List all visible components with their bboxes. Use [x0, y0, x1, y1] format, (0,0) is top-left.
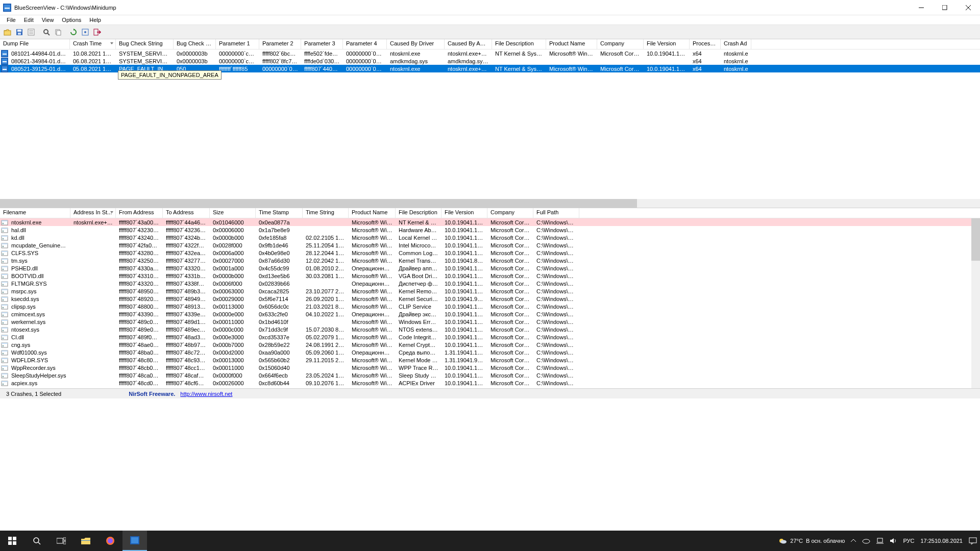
crash-col-0[interactable]: Dump File: [0, 39, 70, 49]
tool-copy-icon[interactable]: [53, 27, 64, 38]
explorer-button[interactable]: [74, 531, 98, 551]
driver-col-0[interactable]: Filename: [0, 208, 70, 218]
driver-row[interactable]: msrpc.sysfffff807`48950000fffff807`489b3…: [0, 287, 980, 295]
menu-file[interactable]: File: [3, 16, 19, 23]
cell: fffff807`48ad3000: [163, 334, 210, 340]
crash-col-4[interactable]: Parameter 1: [216, 39, 259, 49]
svg-rect-4: [942, 5, 947, 10]
driver-row[interactable]: WppRecorder.sysfffff807`48cb0000fffff807…: [0, 364, 980, 371]
cell: C:\Windows\syste...: [533, 334, 579, 340]
tool-refresh-icon[interactable]: [68, 27, 79, 38]
driver-row[interactable]: PSHED.dllfffff807`4330a000fffff807`43320…: [0, 264, 980, 272]
driver-row[interactable]: SleepStudyHelper.sysfffff807`48ca0000fff…: [0, 371, 980, 379]
driver-col-7[interactable]: Product Name: [349, 208, 396, 218]
maximize-button[interactable]: [933, 0, 957, 15]
driver-row[interactable]: kd.dllfffff807`43240000fffff807`4324b000…: [0, 234, 980, 241]
crash-col-5[interactable]: Parameter 2: [259, 39, 301, 49]
driver-row[interactable]: mcupdate_GenuineIntel.dllfffff807`42fa00…: [0, 241, 980, 249]
weather-widget[interactable]: 27°C В осн. облачно: [775, 531, 848, 551]
crash-col-12[interactable]: Company: [597, 39, 644, 49]
driver-row[interactable]: CI.dllfffff807`489f0000fffff807`48ad3000…: [0, 333, 980, 341]
driver-col-10[interactable]: Company: [487, 208, 533, 218]
driver-row[interactable]: ksecdd.sysfffff807`48920000fffff807`4894…: [0, 295, 980, 303]
crash-col-10[interactable]: File Description: [492, 39, 546, 49]
menu-edit[interactable]: Edit: [20, 16, 37, 23]
tray-chevron-icon[interactable]: [848, 531, 859, 551]
taskview-button[interactable]: [49, 531, 74, 551]
drivers-header[interactable]: FilenameAddress In St...From AddressTo A…: [0, 208, 980, 218]
driver-row[interactable]: acpiex.sysfffff807`48cd0000fffff807`48cf…: [0, 379, 980, 387]
crash-col-14[interactable]: Processor: [690, 39, 721, 49]
start-button[interactable]: [0, 531, 24, 551]
crash-col-11[interactable]: Product Name: [546, 39, 597, 49]
menu-view[interactable]: View: [38, 16, 58, 23]
menu-help[interactable]: Help: [86, 16, 105, 23]
driver-row[interactable]: BOOTVID.dllfffff807`43310000fffff807`433…: [0, 272, 980, 280]
crash-col-7[interactable]: Parameter 4: [343, 39, 387, 49]
driver-row[interactable]: cng.sysfffff807`48ae0000fffff807`48b9700…: [0, 341, 980, 348]
driver-row[interactable]: Wdf01000.sysfffff807`48ba0000fffff807`48…: [0, 348, 980, 356]
hscrollbar[interactable]: [0, 199, 980, 208]
driver-col-2[interactable]: From Address: [116, 208, 163, 218]
tool-find-icon[interactable]: [41, 27, 52, 38]
tool-save-icon[interactable]: [14, 27, 25, 38]
driver-row[interactable]: clipsp.sysfffff807`48800000fffff807`4891…: [0, 303, 980, 310]
driver-row[interactable]: mssecflt.sysfffff807`48d00000fffff807`48…: [0, 387, 980, 388]
driver-col-8[interactable]: File Description: [396, 208, 442, 218]
cell: Microsoft Corpora...: [487, 296, 533, 302]
crash-col-9[interactable]: Caused By Address: [445, 39, 492, 49]
driver-row[interactable]: FLTMGR.SYSfffff807`43320000fffff807`4338…: [0, 280, 980, 287]
close-button[interactable]: [957, 0, 980, 15]
tray-onedrive-icon[interactable]: [859, 531, 873, 551]
driver-col-4[interactable]: Size: [210, 208, 256, 218]
crash-row[interactable]: 081021-44984-01.dmp10.08.2021 16:55:35SY…: [0, 49, 980, 57]
driver-col-11[interactable]: Full Path: [533, 208, 579, 218]
driver-row[interactable]: ntoskrnl.exentoskrnl.exe+41ecf1fffff807`…: [0, 218, 980, 226]
cell: fffff807`43240000: [116, 235, 163, 241]
tool-open-icon[interactable]: [2, 27, 13, 38]
crash-col-6[interactable]: Parameter 3: [301, 39, 343, 49]
driver-row[interactable]: tm.sysfffff807`43250000fffff807`43277000…: [0, 257, 980, 264]
driver-row[interactable]: hal.dllfffff807`43230000fffff807`4323600…: [0, 226, 980, 234]
firefox-button[interactable]: [98, 531, 122, 551]
tray-clock[interactable]: 17:25 10.08.2021: [917, 531, 966, 551]
tool-options-icon[interactable]: [80, 27, 91, 38]
tray-network-icon[interactable]: [873, 531, 887, 551]
drivers-body[interactable]: ntoskrnl.exentoskrnl.exe+41ecf1fffff807`…: [0, 218, 980, 388]
crash-col-1[interactable]: Crash Time: [70, 39, 116, 49]
driver-col-6[interactable]: Time String: [303, 208, 349, 218]
crashes-header[interactable]: Dump FileCrash TimeBug Check StringBug C…: [0, 39, 980, 49]
system-tray[interactable]: 27°C В осн. облачно РУС 17:25 10.08.2021: [775, 531, 980, 551]
status-link[interactable]: http://www.nirsoft.net: [180, 391, 232, 397]
driver-col-3[interactable]: To Address: [163, 208, 210, 218]
svg-point-63: [3, 299, 4, 300]
crash-col-13[interactable]: File Version: [644, 39, 690, 49]
driver-col-9[interactable]: File Version: [442, 208, 487, 218]
taskbar[interactable]: 27°C В осн. облачно РУС 17:25 10.08.2021: [0, 531, 980, 551]
tray-notifications-icon[interactable]: [966, 531, 980, 551]
driver-col-1[interactable]: Address In St...: [70, 208, 116, 218]
crash-col-2[interactable]: Bug Check String: [116, 39, 174, 49]
driver-row[interactable]: ntosext.sysfffff807`489e0000fffff807`489…: [0, 325, 980, 333]
driver-row[interactable]: WDFLDR.SYSfffff807`48c80000fffff807`48c9…: [0, 356, 980, 364]
minimize-button[interactable]: [910, 0, 933, 15]
tool-properties-icon[interactable]: [26, 27, 37, 38]
titlebar[interactable]: BlueScreenView - C:\Windows\Minidump: [0, 0, 980, 15]
driver-col-5[interactable]: Time Stamp: [256, 208, 303, 218]
tool-exit-icon[interactable]: [91, 27, 103, 38]
crash-row[interactable]: 080621-34984-01.dmp06.08.2021 13:47:02SY…: [0, 57, 980, 65]
bluescreenview-button[interactable]: [122, 531, 147, 551]
crash-col-3[interactable]: Bug Check Code: [174, 39, 216, 49]
svg-rect-30: [3, 69, 7, 70]
menu-options[interactable]: Options: [58, 16, 85, 23]
crash-col-8[interactable]: Caused By Driver: [387, 39, 445, 49]
vscrollbar[interactable]: [971, 218, 980, 388]
driver-row[interactable]: CLFS.SYSfffff807`43280000fffff807`432ea0…: [0, 249, 980, 257]
driver-row[interactable]: werkernel.sysfffff807`489c0000fffff807`4…: [0, 318, 980, 325]
crash-col-15[interactable]: Crash Ad: [721, 39, 751, 49]
cell: 0x00113000: [210, 304, 256, 310]
tray-volume-icon[interactable]: [887, 531, 900, 551]
driver-row[interactable]: cmimcext.sysfffff807`43390000fffff807`43…: [0, 310, 980, 318]
search-button[interactable]: [24, 531, 49, 551]
tray-lang[interactable]: РУС: [900, 531, 917, 551]
